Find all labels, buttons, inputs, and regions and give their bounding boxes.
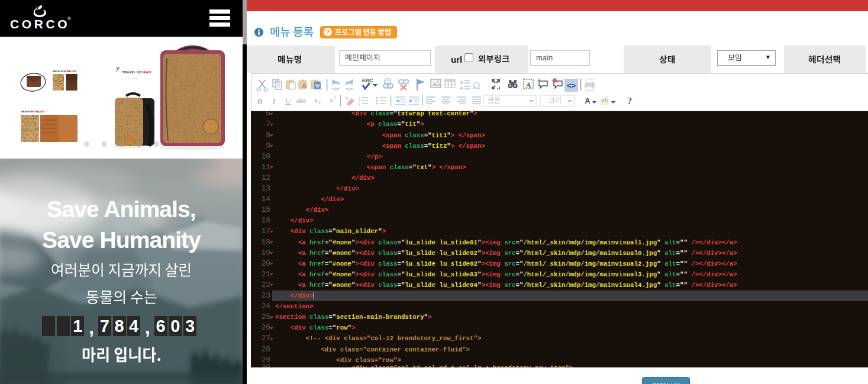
svg-text:NECKLACE WALLET: NECKLACE WALLET [53, 70, 76, 73]
svg-text:A: A [302, 82, 306, 89]
svg-text:2: 2 [334, 96, 336, 100]
svg-text:CORK: CORK [130, 78, 138, 80]
svg-text:A: A [526, 81, 531, 89]
svg-text:<>: <> [567, 81, 576, 90]
svg-text:2: 2 [318, 101, 321, 105]
svg-text:❋: ❋ [552, 77, 557, 84]
svg-text:+: + [537, 77, 541, 84]
svg-text:A: A [460, 79, 463, 85]
svg-text:A: A [345, 95, 349, 101]
svg-text:Ω: Ω [473, 80, 480, 91]
svg-text:x: x [330, 96, 333, 104]
svg-text:B: B [257, 96, 263, 105]
svg-text:PASSPORT WALLET 7: PASSPORT WALLET 7 [21, 110, 47, 113]
svg-text:A: A [460, 85, 463, 91]
svg-text:I: I [272, 96, 276, 105]
svg-text:ab: ab [601, 96, 609, 104]
svg-text:W: W [315, 83, 320, 89]
svg-text:U: U [285, 96, 291, 105]
svg-text:3: 3 [358, 103, 360, 107]
svg-text:ABC: ABC [362, 78, 373, 83]
svg-text:?: ? [627, 95, 633, 107]
svg-text:abc: abc [296, 98, 306, 104]
svg-text:A: A [585, 96, 591, 105]
svg-text:x: x [314, 96, 318, 104]
svg-text:TRAVEL GO BAG: TRAVEL GO BAG [122, 70, 151, 74]
